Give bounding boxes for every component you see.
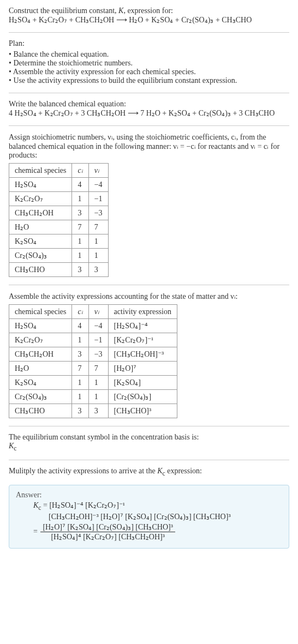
table-row: H₂SO₄4−4 [9,178,109,192]
cell: [CH₃CH₂OH]⁻³ [108,347,177,362]
cell: 1 [88,390,108,404]
divider [9,285,289,285]
plan-item: Balance the chemical equation. [9,50,289,59]
cell: 1 [72,192,88,206]
cell: −3 [88,347,108,362]
divider [9,460,289,460]
cell: 7 [72,362,88,376]
table-row: CH₃CH₂OH3−3[CH₃CH₂OH]⁻³ [9,347,177,362]
cell: H₂SO₄ [9,178,72,192]
intro-section: Construct the equilibrium constant, K, e… [9,7,289,25]
cell: 3 [88,404,108,418]
col-header: cᵢ [72,305,88,319]
fraction-numerator: [H₂O]⁷ [K₂SO₄] [Cr₂(SO₄)₃] [CH₃CHO]³ [40,522,175,532]
cell: 7 [88,362,108,376]
cell: H₂O [9,362,72,376]
cell: −4 [88,319,108,333]
table-row: K₂Cr₂O₇1−1[K₂Cr₂O₇]⁻¹ [9,333,177,347]
cell: 1 [72,234,88,249]
cell: 7 [88,220,108,234]
cell: K₂SO₄ [9,234,72,249]
cell: −3 [88,206,108,220]
table-row: CH₃CHO33[CH₃CHO]³ [9,404,177,418]
answer-line2: [CH₃CH₂OH]⁻³ [H₂O]⁷ [K₂SO₄] [Cr₂(SO₄)₃] … [16,512,282,521]
cell: [H₂SO₄]⁻⁴ [108,319,177,333]
table-header-row: chemical species cᵢ νᵢ [9,164,109,178]
cell: CH₃CH₂OH [9,347,72,362]
fraction-denominator: [H₂SO₄]⁴ [K₂Cr₂O₇] [CH₃CH₂OH]³ [40,532,175,541]
cell: 1 [72,249,88,263]
stoich-section: Assign stoichiometric numbers, νᵢ, using… [9,133,289,277]
stoich-text: Assign stoichiometric numbers, νᵢ, using… [9,133,289,160]
cell: 3 [72,263,88,277]
cell: 1 [88,249,108,263]
activity-table: chemical species cᵢ νᵢ activity expressi… [9,304,177,418]
cell: 3 [72,404,88,418]
cell: Cr₂(SO₄)₃ [9,390,72,404]
col-header: νᵢ [88,164,108,178]
multiply-section: Mulitply the activity expressions to arr… [9,467,289,477]
cell: 3 [72,347,88,362]
col-header: activity expression [108,305,177,319]
table-row: H₂O77 [9,220,109,234]
cell: [H₂O]⁷ [108,362,177,376]
cell: [K₂Cr₂O₇]⁻¹ [108,333,177,347]
equals-sign: = [33,527,38,535]
fraction: [H₂O]⁷ [K₂SO₄] [Cr₂(SO₄)₃] [CH₃CHO]³ [H₂… [40,522,175,541]
intro-line: Construct the equilibrium constant, K, e… [9,7,289,15]
table-row: Cr₂(SO₄)₃11 [9,249,109,263]
col-header: chemical species [9,305,72,319]
cell: CH₃CHO [9,404,72,418]
cell: 1 [72,333,88,347]
intro-equation: H₂SO₄ + K₂Cr₂O₇ + CH₃CH₂OH ⟶ H₂O + K₂SO₄… [9,15,289,25]
table-row: K₂Cr₂O₇1−1 [9,192,109,206]
plan-list: Balance the chemical equation. Determine… [9,50,289,85]
cell: 4 [72,178,88,192]
cell: K₂Cr₂O₇ [9,192,72,206]
balanced-heading: Write the balanced chemical equation: [9,100,289,109]
cell: −1 [88,192,108,206]
answer-line1: Kc = K_c = [H₂SO₄]⁻⁴ [K₂Cr₂O₇]⁻¹[H₂SO₄]⁻… [16,501,282,511]
stoich-table: chemical species cᵢ νᵢ H₂SO₄4−4 K₂Cr₂O₇1… [9,163,109,277]
cell: CH₃CHO [9,263,72,277]
symbol-value: Kc [9,442,289,452]
divider [9,93,289,93]
cell: K₂SO₄ [9,376,72,390]
divider [9,426,289,426]
balanced-equation: 4 H₂SO₄ + K₂Cr₂O₇ + 3 CH₃CH₂OH ⟶ 7 H₂O +… [9,109,289,118]
cell: 1 [72,390,88,404]
plan-item: Determine the stoichiometric numbers. [9,59,289,68]
activity-section: Assemble the activity expressions accoun… [9,292,289,418]
cell: [K₂SO₄] [108,376,177,390]
answer-box: Answer: Kc = K_c = [H₂SO₄]⁻⁴ [K₂Cr₂O₇]⁻¹… [9,485,289,549]
answer-label: Answer: [16,491,282,499]
cell: [Cr₂(SO₄)₃] [108,390,177,404]
table-row: H₂SO₄4−4[H₂SO₄]⁻⁴ [9,319,177,333]
table-row: K₂SO₄11 [9,234,109,249]
col-header: cᵢ [72,164,88,178]
cell: 1 [88,376,108,390]
cell: 1 [88,234,108,249]
table-row: CH₃CHO33 [9,263,109,277]
activity-text: Assemble the activity expressions accoun… [9,292,289,301]
cell: Cr₂(SO₄)₃ [9,249,72,263]
table-header-row: chemical species cᵢ νᵢ activity expressi… [9,305,177,319]
symbol-text: The equilibrium constant symbol in the c… [9,433,289,442]
plan-item: Assemble the activity expression for eac… [9,68,289,76]
col-header: νᵢ [88,305,108,319]
cell: H₂O [9,220,72,234]
plan-section: Plan: Balance the chemical equation. Det… [9,39,289,85]
cell: 3 [88,263,108,277]
plan-item: Use the activity expressions to build th… [9,76,289,85]
cell: K₂Cr₂O₇ [9,333,72,347]
divider [9,125,289,126]
cell: −4 [88,178,108,192]
table-row: H₂O77[H₂O]⁷ [9,362,177,376]
cell: 4 [72,319,88,333]
table-row: K₂SO₄11[K₂SO₄] [9,376,177,390]
table-row: CH₃CH₂OH3−3 [9,206,109,220]
col-header: chemical species [9,164,72,178]
symbol-section: The equilibrium constant symbol in the c… [9,433,289,452]
cell: [CH₃CHO]³ [108,404,177,418]
table-row: Cr₂(SO₄)₃11[Cr₂(SO₄)₃] [9,390,177,404]
